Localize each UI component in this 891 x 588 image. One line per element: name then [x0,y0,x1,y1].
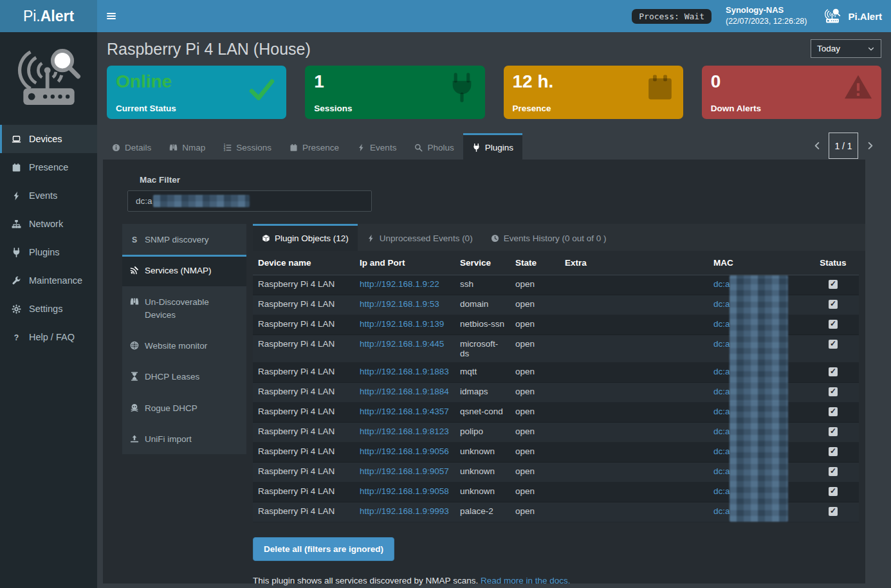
plugin-nav-rogue-dhcp[interactable]: Rogue DHCP [122,392,246,423]
delete-all-button[interactable]: Delete all (filters are ignored) [253,537,394,561]
cell-state: open [510,315,560,335]
tab-pholus[interactable]: Pholus [405,133,463,160]
status-checkbox[interactable] [829,427,838,436]
cell-extra [560,335,708,363]
period-select[interactable]: Today [811,39,881,58]
plugin-nav-website-monitor[interactable]: Website monitor [122,330,246,361]
prev-page-button[interactable] [805,133,829,159]
ip-port-link[interactable]: http://192.168.1.9:9056 [360,446,449,456]
wrench-icon [10,276,23,286]
ip-port-link[interactable]: http://192.168.1.9:1884 [360,387,449,396]
cell-device-name: Raspberry Pi 4 LAN [253,463,354,482]
sidebar-item-events[interactable]: Events [0,181,97,210]
status-checkbox[interactable] [829,447,838,456]
plugin-tab-plugin-objects-12[interactable]: Plugin Objects (12) [253,224,358,251]
sidebar-item-plugins[interactable]: Plugins [0,238,97,266]
plugin-nav-dhcp-leases[interactable]: DHCP Leases [122,361,246,392]
cell-device-name: Raspberry Pi 4 LAN [253,443,354,463]
status-checkbox[interactable] [829,367,838,376]
status-checkbox[interactable] [829,507,838,516]
page-title: Raspberry Pi 4 LAN (House) [107,40,311,59]
table-row: Raspberry Pi 4 LANhttp://192.168.1.9:905… [253,463,859,482]
mac-filter-input[interactable]: dc:a [127,190,372,212]
ip-port-link[interactable]: http://192.168.1.9:22 [360,279,439,289]
summary-card-down-alerts[interactable]: 0Down Alerts [702,66,881,119]
plugin-tab-label: Events History (0 out of 0 ) [504,234,607,243]
plugin-nav-snmp-discovery[interactable]: SSNMP discovery [122,224,246,255]
status-checkbox[interactable] [829,300,838,309]
column-header-state: State [510,251,560,275]
ip-port-link[interactable]: http://192.168.1.9:8123 [360,427,449,436]
plugin-nav-label: Website monitor [145,340,207,353]
tab-label: Events [370,143,396,152]
sidebar-item-help-faq[interactable]: ?Help / FAQ [0,323,97,351]
ip-port-link[interactable]: http://192.168.1.9:139 [360,319,444,329]
cell-mac: dc:a [708,482,807,502]
ip-port-link[interactable]: http://192.168.1.9:1883 [360,367,449,376]
status-checkbox[interactable] [829,280,838,289]
ip-port-link[interactable]: http://192.168.1.9:4357 [360,407,449,416]
cell-mac: dc:a [708,363,807,383]
plugin-tab-events-history-0-out-of-0[interactable]: Events History (0 out of 0 ) [482,224,616,251]
period-select-value: Today [817,44,840,53]
chevron-left-icon [813,141,822,151]
ip-port-link[interactable]: http://192.168.1.9:9057 [360,466,449,476]
cell-mac: dc:a [708,335,807,363]
card-label: Sessions [314,104,352,113]
cell-extra [560,363,708,383]
status-checkbox[interactable] [829,407,838,416]
summary-card-current-status[interactable]: OnlineCurrent Status [107,66,286,119]
ip-port-link[interactable]: http://192.168.1.9:53 [360,299,439,309]
next-page-button[interactable] [858,133,881,159]
calendar-icon [10,163,23,172]
ip-port-link[interactable]: http://192.168.1.9:445 [360,339,444,349]
status-checkbox[interactable] [829,340,838,349]
sidebar-item-presence[interactable]: Presence [0,153,97,181]
tab-details[interactable]: Details [103,133,160,160]
sidebar-item-devices[interactable]: Devices [0,125,97,153]
cell-service: mqtt [455,363,510,383]
status-checkbox[interactable] [829,467,838,476]
topbar-app-badge[interactable]: Pi.Alert [822,7,882,25]
sidebar-item-network[interactable]: Network [0,210,97,238]
column-header-device-name: Device name [253,251,354,275]
sidebar-item-maintenance[interactable]: Maintenance [0,266,97,295]
table-row: Raspberry Pi 4 LANhttp://192.168.1.9:905… [253,482,859,502]
tab-plugins[interactable]: Plugins [463,133,522,160]
cell-state: open [510,443,560,463]
clock-icon [491,234,499,243]
plug-icon [472,143,481,152]
ip-port-link[interactable]: http://192.168.1.9:9058 [360,486,449,496]
bolt-icon [357,143,365,152]
status-checkbox[interactable] [829,387,838,396]
status-checkbox[interactable] [829,320,838,329]
column-header-extra: Extra [560,251,708,275]
plugin-layout: SSNMP discoveryServices (NMAP)Un-Discove… [122,224,865,588]
summary-card-sessions[interactable]: 1Sessions [305,66,484,119]
hamburger-menu-icon[interactable] [106,11,116,21]
cell-mac: dc:a [708,423,807,443]
plugin-nav-un-discoverable-devices[interactable]: Un-Discoverable Devices [122,286,246,331]
sidebar-item-settings[interactable]: Settings [0,295,97,323]
tab-sessions[interactable]: 123Sessions [214,133,280,160]
cell-device-name: Raspberry Pi 4 LAN [253,502,354,522]
table-row: Raspberry Pi 4 LANhttp://192.168.1.9:999… [253,502,859,522]
table-row: Raspberry Pi 4 LANhttp://192.168.1.9:812… [253,423,859,443]
ip-port-link[interactable]: http://192.168.1.9:9993 [360,506,449,516]
plugin-tab-unprocessed-events-0[interactable]: Unprocessed Events (0) [358,224,482,251]
docs-link[interactable]: Read more in the docs. [481,576,571,585]
app-logo[interactable]: Pi.Alert [0,0,97,32]
plugin-nav-label: DHCP Leases [145,371,199,383]
status-checkbox[interactable] [829,487,838,496]
tab-nmap[interactable]: Nmap [160,133,214,160]
cell-mac: dc:a [708,295,807,315]
bolt-icon [367,234,375,243]
server-name: Synology-NAS [726,5,807,16]
plugin-nav-services-nmap[interactable]: Services (NMAP) [122,255,246,286]
cell-extra [560,423,708,443]
tab-presence[interactable]: Presence [280,133,348,160]
tab-events[interactable]: Events [348,133,405,160]
plugin-nav-unifi-import[interactable]: UniFi import [122,423,246,454]
binoculars-icon [169,143,178,152]
summary-card-presence[interactable]: 12 h.Presence [504,66,683,119]
